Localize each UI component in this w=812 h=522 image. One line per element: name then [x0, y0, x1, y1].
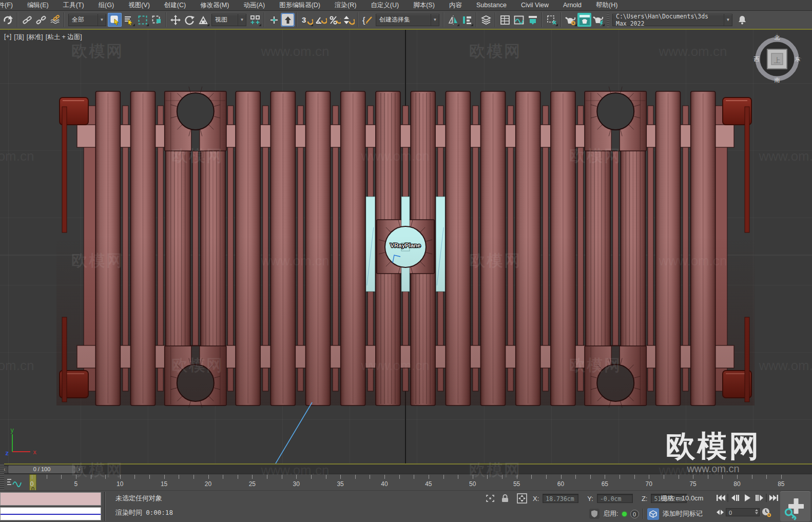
viewport-top[interactable]: VRayPlane x y z [+][顶][标准][粘土 + 边面] 上 北 …: [0, 30, 812, 463]
use-selection-center-button[interactable]: [281, 13, 295, 27]
x-coordinate-field[interactable]: 18.736cm: [543, 494, 578, 503]
project-folder-field[interactable]: C:\Users\Han\Documents\3ds Max 2022 ▼: [612, 14, 732, 26]
scene-canvas[interactable]: VRayPlane x y z: [0, 30, 812, 463]
ruler-frame-label: 45: [425, 480, 432, 488]
spinner-arrows[interactable]: [755, 509, 758, 514]
ruler-tick: [708, 475, 708, 479]
viewcube-west-label[interactable]: 西: [754, 56, 760, 62]
time-slider-handle[interactable]: 0 / 100: [8, 466, 75, 473]
menu-item-0[interactable]: 文件(F): [0, 0, 20, 10]
menu-item-1[interactable]: 编辑(E): [20, 0, 56, 10]
selection-lock-icon[interactable]: [501, 494, 509, 503]
angle-snap-button[interactable]: [314, 13, 327, 27]
menu-item-12[interactable]: 内容: [442, 0, 469, 10]
next-frame-button[interactable]: [753, 493, 765, 502]
named-selection-sets-dropdown[interactable]: 创建选择集 ▼: [376, 14, 439, 26]
set-keys-button[interactable]: [780, 491, 810, 521]
toolbar-grip[interactable]: [607, 12, 609, 27]
layer-explorer-button[interactable]: [479, 13, 493, 27]
go-to-end-button[interactable]: [767, 493, 779, 502]
viewcube[interactable]: 上 北 南 西 东: [752, 33, 802, 84]
add-time-tag-label[interactable]: 添加时间标记: [663, 509, 703, 518]
rectangular-selection-region-button[interactable]: [136, 13, 149, 27]
viewport-label-segment-1[interactable]: [顶]: [14, 33, 24, 42]
macro-recorder-pane[interactable]: [0, 492, 101, 506]
select-and-move-button[interactable]: [168, 13, 182, 27]
toggle-scene-explorer-button[interactable]: [498, 13, 512, 27]
svg-text:3: 3: [302, 15, 306, 24]
timeline-grip[interactable]: [0, 463, 4, 490]
viewport-label-segment-0[interactable]: [+]: [4, 33, 11, 42]
menu-item-2[interactable]: 工具(T): [56, 0, 91, 10]
menu-item-14[interactable]: Civil View: [514, 0, 556, 10]
select-and-rotate-button[interactable]: [182, 13, 196, 27]
ruler-tick: [590, 475, 591, 479]
previous-frame-button[interactable]: [729, 493, 741, 502]
viewcube-south-label[interactable]: 南: [775, 77, 780, 83]
select-object-button[interactable]: [108, 13, 122, 27]
curve-editor-button[interactable]: [512, 13, 526, 27]
menu-item-7[interactable]: 动画(A): [236, 0, 272, 10]
render-production-button[interactable]: [591, 13, 605, 27]
use-pivot-point-button[interactable]: [248, 13, 262, 27]
menu-item-13[interactable]: Substance: [469, 0, 514, 10]
menu-item-8[interactable]: 图形编辑器(D): [272, 0, 327, 10]
maxscript-mini-listener[interactable]: [0, 507, 101, 520]
menu-item-10[interactable]: 自定义(U): [363, 0, 406, 10]
spinner-snap-button[interactable]: [341, 13, 355, 27]
z-label: Z:: [642, 495, 648, 502]
time-configuration-button[interactable]: [760, 507, 772, 517]
y-coordinate-field[interactable]: -0.0cm: [597, 494, 633, 503]
viewport-label-segment-3[interactable]: [粘土 + 边面]: [46, 33, 82, 42]
isolate-selection-toggle-button[interactable]: [545, 13, 558, 27]
window-crossing-button[interactable]: [149, 13, 163, 27]
go-to-start-button[interactable]: [715, 493, 727, 502]
menu-item-9[interactable]: 渲染(R): [327, 0, 363, 10]
rendered-frame-window-button[interactable]: [577, 13, 591, 27]
edit-named-selection-sets-button[interactable]: {: [360, 13, 374, 27]
absolute-mode-icon[interactable]: [517, 493, 527, 504]
select-and-link-button[interactable]: [20, 13, 34, 27]
shield-icon[interactable]: [589, 509, 600, 519]
viewport-label-segment-2[interactable]: [标准]: [27, 33, 43, 42]
select-by-name-button[interactable]: [122, 13, 136, 27]
key-mode-toggle-button[interactable]: [715, 507, 725, 517]
viewcube-north-label[interactable]: 北: [774, 34, 780, 41]
time-tag-cube-button[interactable]: [647, 508, 659, 520]
reference-coordinate-dropdown[interactable]: 视图 ▼: [211, 14, 246, 26]
isolate-selection-icon[interactable]: [485, 494, 495, 503]
render-setup-button[interactable]: [564, 13, 577, 27]
time-slider-next-button[interactable]: ›: [76, 466, 83, 473]
menu-item-6[interactable]: 修改器(M): [193, 0, 236, 10]
key-filter-badge[interactable]: 0: [630, 510, 639, 518]
percent-snap-button[interactable]: [327, 13, 341, 27]
selection-filter-dropdown[interactable]: 全部 ▼: [68, 14, 106, 26]
menu-item-3[interactable]: 组(G): [91, 0, 122, 10]
bind-to-space-warp-button[interactable]: [48, 13, 62, 27]
viewcube-east-label[interactable]: 东: [795, 56, 801, 62]
frame-number-field[interactable]: 0: [726, 508, 760, 516]
menu-item-5[interactable]: 创建(C): [157, 0, 193, 10]
redo-button[interactable]: [1, 13, 15, 27]
play-button[interactable]: [741, 493, 753, 502]
ruler-frame-label: 75: [689, 480, 696, 488]
snap-toggle-3d-button[interactable]: 3: [300, 13, 314, 27]
select-and-manipulate-button[interactable]: [267, 13, 281, 27]
schematic-view-button[interactable]: [526, 13, 539, 27]
menu-item-11[interactable]: 脚本(S): [406, 0, 442, 10]
ruler-tick: [355, 475, 356, 479]
unlink-selection-button[interactable]: [34, 13, 48, 27]
ruler-frame-label: 70: [646, 480, 652, 488]
time-slider-track[interactable]: ‹ 0 / 100 ›: [0, 463, 812, 474]
menu-item-15[interactable]: Arnold: [556, 0, 589, 10]
select-and-scale-button[interactable]: [196, 13, 210, 27]
notification-bell-icon[interactable]: [735, 13, 749, 27]
mirror-button[interactable]: [446, 13, 460, 27]
menu-item-16[interactable]: 帮助(H): [589, 0, 625, 10]
status-bar: 未选定任何对象 渲染时间 0:00:18 X: 18.736cm Y: -0.0…: [0, 490, 812, 522]
open-mini-curve-editor-button[interactable]: [5, 476, 23, 489]
align-button[interactable]: [460, 13, 474, 27]
ruler-tick: [502, 475, 502, 479]
track-bar-ruler[interactable]: 0 0510152025303540455055606570758085: [0, 474, 812, 491]
menu-item-4[interactable]: 视图(V): [121, 0, 157, 10]
